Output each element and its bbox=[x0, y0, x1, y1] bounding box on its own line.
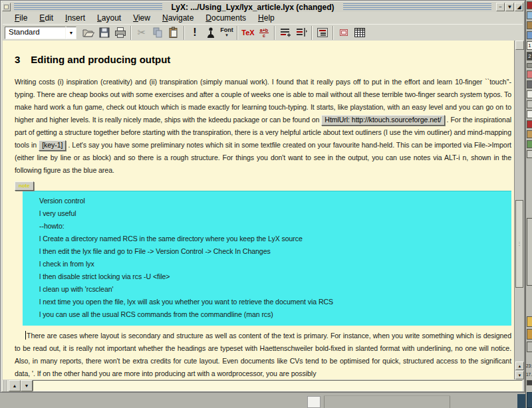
resize-icon: ◢ bbox=[517, 5, 521, 10]
emphasis-button[interactable]: ! bbox=[187, 25, 203, 41]
noun-person-icon bbox=[204, 26, 217, 39]
depth-indent-icon bbox=[316, 26, 329, 39]
print-button[interactable] bbox=[112, 25, 128, 41]
text-cursor bbox=[25, 331, 26, 340]
panel-launcher-icon[interactable] bbox=[527, 63, 532, 68]
toolbar: Standard ▼ ✂ bbox=[3, 24, 523, 41]
panel-launcher-icon[interactable] bbox=[527, 100, 532, 108]
titlebar[interactable]: LyX: .../Using_Lyx/lyx_article.lyx (chan… bbox=[2, 2, 523, 12]
menu-file[interactable]: File bbox=[9, 13, 33, 24]
section-title: Editing and producing output bbox=[31, 54, 170, 65]
scroll-up-button[interactable]: ▲ bbox=[515, 361, 524, 370]
titlebar-stripes-left bbox=[14, 3, 162, 11]
paragraph-style-value: Standard bbox=[5, 27, 66, 39]
document-canvas[interactable]: 3Editing and producing output Writing co… bbox=[3, 41, 514, 379]
insert-table-button[interactable] bbox=[352, 25, 368, 41]
minibuffer-input[interactable] bbox=[33, 380, 523, 391]
math-fraction-icon: a+b c bbox=[259, 28, 269, 38]
menu-navigate[interactable]: Navigate bbox=[157, 13, 199, 24]
paragraph-1-text-c: . Let's say you have some preliminary no… bbox=[15, 141, 511, 174]
citation-inset[interactable]: [key-1] bbox=[39, 140, 66, 151]
paragraph-style-combo[interactable]: Standard ▼ bbox=[5, 27, 76, 39]
section-number: 3 bbox=[15, 54, 20, 65]
insert-margin-note-button[interactable] bbox=[293, 25, 309, 41]
scroll-down-icon: ▼ bbox=[518, 373, 522, 377]
panel-launcher-icon[interactable] bbox=[527, 31, 532, 39]
panel-launcher-icon[interactable] bbox=[527, 150, 532, 158]
scrollbar-thumb[interactable]: ⋮ bbox=[515, 200, 523, 288]
note-inset-tag[interactable]: note bbox=[15, 181, 34, 191]
cut-button[interactable]: ✂ bbox=[134, 25, 150, 41]
panel-launcher-icon[interactable] bbox=[527, 110, 532, 118]
panel-launcher-icon[interactable] bbox=[527, 21, 532, 29]
panel-launcher-icon[interactable] bbox=[527, 120, 532, 128]
panel-launcher-icon[interactable] bbox=[527, 80, 532, 88]
note-inset-box[interactable]: Version control l very useful --howto: l… bbox=[23, 191, 511, 326]
toolbar-separator bbox=[184, 26, 185, 40]
pager-desktop-1[interactable]: 1 bbox=[527, 41, 532, 50]
scrollbar-top-button[interactable] bbox=[515, 41, 524, 50]
note-line: l very useful bbox=[39, 207, 506, 220]
cut-scissors-icon: ✂ bbox=[138, 27, 146, 39]
section-heading[interactable]: 3Editing and producing output bbox=[15, 54, 511, 65]
paste-button[interactable] bbox=[166, 25, 182, 41]
math-mode-button[interactable]: a+b c bbox=[256, 25, 272, 41]
open-folder-icon bbox=[82, 26, 95, 39]
panel-launcher-icon[interactable] bbox=[527, 1, 532, 9]
footnote-lines-icon bbox=[279, 26, 292, 39]
combo-dropdown-icon[interactable]: ▼ bbox=[66, 27, 76, 39]
insert-footnote-button[interactable] bbox=[277, 25, 293, 41]
panel-launcher-icon[interactable] bbox=[527, 392, 532, 408]
pager-desktop-2[interactable]: 2 bbox=[527, 52, 532, 60]
menu-help[interactable]: Help bbox=[253, 13, 280, 24]
change-depth-button[interactable] bbox=[315, 25, 331, 41]
scroll-down-button[interactable]: ▼ bbox=[515, 371, 524, 379]
document-scrollbar[interactable]: ⋮ ▲ ▼ bbox=[514, 41, 524, 379]
tex-mode-button[interactable]: TeX bbox=[240, 25, 256, 41]
free-font-button[interactable]: Font ▼ bbox=[219, 25, 235, 41]
lyx-window: LyX: .../Using_Lyx/lyx_article.lyx (chan… bbox=[0, 0, 525, 393]
panel-launcher-icon[interactable] bbox=[527, 90, 532, 98]
note-line: l clean up with 'rcsclean' bbox=[39, 283, 506, 296]
panel-launcher-icon[interactable] bbox=[527, 342, 532, 352]
panel-launcher-icon[interactable] bbox=[527, 329, 532, 340]
background-window-fragment bbox=[307, 396, 321, 408]
shade-button[interactable]: ▼ bbox=[505, 3, 514, 11]
panel-scrollbar-fragment[interactable] bbox=[527, 218, 532, 286]
window-menu-icon bbox=[4, 5, 9, 9]
save-button[interactable] bbox=[96, 25, 112, 41]
maximize-button[interactable]: ◢ bbox=[515, 3, 523, 11]
toolbar-separator bbox=[237, 26, 238, 40]
note-line: l you can use all the usual RCS commands… bbox=[39, 308, 506, 321]
menu-view[interactable]: View bbox=[128, 13, 156, 24]
save-floppy-icon bbox=[98, 26, 111, 39]
url-inset[interactable]: HtmlUrl: http://ktouch.sourceforge.net/ bbox=[321, 115, 444, 126]
menu-edit[interactable]: Edit bbox=[34, 13, 59, 24]
minibuffer-grip[interactable] bbox=[3, 380, 7, 391]
toolbar-separator bbox=[311, 26, 313, 40]
minimize-button[interactable]: − bbox=[496, 3, 505, 11]
panel-folder-icon[interactable] bbox=[527, 316, 532, 327]
menubar: File Edit Insert Layout View Navigate Do… bbox=[3, 13, 523, 24]
paragraph-1[interactable]: Writing costs (i) inspiration (creativit… bbox=[15, 76, 511, 177]
menu-documents[interactable]: Documents bbox=[200, 13, 251, 24]
titlebar-stripes-right bbox=[343, 3, 491, 11]
insert-figure-button[interactable] bbox=[336, 25, 352, 41]
toolbar-separator bbox=[332, 26, 334, 40]
panel-launcher-icon[interactable] bbox=[527, 70, 532, 78]
background-window-edge bbox=[450, 395, 450, 408]
menu-layout[interactable]: Layout bbox=[92, 13, 126, 24]
window-menu-button[interactable] bbox=[2, 3, 11, 11]
noun-button[interactable] bbox=[203, 25, 219, 41]
panel-launcher-icon[interactable] bbox=[527, 130, 532, 138]
panel-launcher-icon[interactable] bbox=[527, 11, 532, 19]
panel-launcher-icon[interactable] bbox=[527, 380, 532, 385]
menu-insert[interactable]: Insert bbox=[60, 13, 90, 24]
paragraph-2[interactable]: There are cases where layout is secondar… bbox=[15, 330, 511, 379]
minibuffer-up-button[interactable]: ▲ bbox=[9, 380, 21, 391]
open-button[interactable] bbox=[80, 25, 96, 41]
copy-button[interactable] bbox=[150, 25, 166, 41]
panel-clock-date: 17. bbox=[526, 372, 532, 377]
minibuffer-down-button[interactable]: ▼ bbox=[21, 380, 33, 391]
panel-launcher-icon[interactable] bbox=[527, 140, 532, 148]
